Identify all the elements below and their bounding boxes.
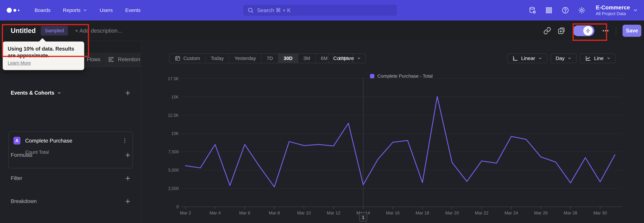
report-header: Untitled Sampled + Add description... Sa… <box>0 21 644 41</box>
chevron-down-icon <box>538 56 542 60</box>
nav-users[interactable]: Users <box>100 8 113 13</box>
nav-boards-label: Boards <box>34 8 50 13</box>
filter-section: Filter + <box>11 174 130 183</box>
nav-boards[interactable]: Boards <box>34 8 50 13</box>
chevron-down-icon <box>357 56 361 60</box>
x-axis-label: Mar 6 <box>239 210 250 215</box>
line-chart[interactable]: 02,5005,0007,50010K12.5K15K17.5KMar 2Mar… <box>169 75 644 223</box>
breakdown-section: Breakdown + <box>11 197 130 206</box>
y-axis-label: 17.5K <box>168 76 179 81</box>
range-3m-label: 3M <box>304 56 310 61</box>
chevron-down-icon <box>606 56 611 60</box>
sampling-tooltip: Using 10% of data. Results are approxima… <box>3 42 84 70</box>
x-axis-label: Mar 10 <box>297 210 311 215</box>
y-axis-label: 15K <box>172 95 179 99</box>
top-nav: Boards Reports Users Events Search ⌘ + K <box>0 0 644 21</box>
scale-dropdown[interactable]: Linear <box>507 53 547 63</box>
range-custom-label: Custom <box>183 56 200 61</box>
add-filter-button[interactable]: + <box>125 174 130 183</box>
chart-type-label: Line <box>594 55 604 61</box>
interval-dropdown[interactable]: Day <box>550 53 576 63</box>
range-yesterday-label: Yesterday <box>234 56 256 61</box>
annotation-badge-label[interactable]: 1 <box>362 215 364 220</box>
sampled-badge[interactable]: Sampled <box>41 26 68 36</box>
add-to-board-icon[interactable] <box>558 27 565 35</box>
x-axis-label: Mar 8 <box>269 210 280 215</box>
event-card[interactable]: A Complete Purchase Count Total <box>8 131 133 168</box>
sampling-toggle-knob <box>583 26 593 36</box>
add-breakdown-button[interactable]: + <box>125 197 130 206</box>
chevron-down-icon <box>57 91 62 95</box>
settings-gear-icon[interactable] <box>578 6 586 14</box>
chevron-down-icon <box>633 8 638 13</box>
nav-reports-label: Reports <box>63 8 80 13</box>
y-axis-label: 7,500 <box>168 149 179 154</box>
data-management-icon[interactable] <box>528 6 536 14</box>
range-30d-label: 30D <box>284 56 292 61</box>
search-input[interactable]: Search ⌘ + K <box>243 4 398 16</box>
range-3m[interactable]: 3M <box>298 54 315 63</box>
formulas-label: Formulas <box>11 152 32 158</box>
y-axis-label: 2,500 <box>168 186 179 191</box>
x-axis-label: Mar 20 <box>445 210 459 215</box>
event-name[interactable]: Complete Purchase <box>25 138 72 144</box>
chevron-down-icon <box>568 56 572 60</box>
search-icon <box>247 7 254 14</box>
search-placeholder: Search ⌘ + K <box>257 7 291 14</box>
apps-grid-icon[interactable] <box>545 6 553 14</box>
x-axis-label: Mar 12 <box>327 210 340 215</box>
report-title[interactable]: Untitled <box>11 27 36 34</box>
x-axis-label: Mar 26 <box>534 210 548 215</box>
chart-type-dropdown[interactable]: Line <box>580 53 616 63</box>
series-line[interactable] <box>186 96 615 187</box>
formulas-section: Formulas + <box>11 151 130 159</box>
save-button[interactable]: Save <box>622 25 641 37</box>
nav-reports[interactable]: Reports <box>63 8 87 13</box>
divider <box>616 26 616 35</box>
x-axis-label: Mar 18 <box>416 210 429 215</box>
sampling-toggle[interactable] <box>572 25 594 36</box>
add-event-button[interactable]: + <box>125 88 130 97</box>
x-axis-label: Mar 4 <box>210 210 220 215</box>
nav-events[interactable]: Events <box>125 8 140 13</box>
event-options-icon[interactable] <box>122 138 128 144</box>
learn-more-link[interactable]: Learn More <box>8 60 31 66</box>
tab-retention[interactable]: Retention <box>106 53 142 66</box>
link-icon[interactable] <box>544 27 551 35</box>
x-axis-label: Mar 22 <box>475 210 488 215</box>
y-axis-label: 10K <box>172 131 179 136</box>
tab-retention-label: Retention <box>118 56 140 62</box>
project-scope: All Project Data <box>596 11 630 17</box>
compare-button[interactable]: Compare <box>328 53 366 63</box>
range-6m-label: 6M <box>321 56 328 61</box>
help-icon[interactable] <box>562 6 569 14</box>
add-formula-button[interactable]: + <box>125 151 130 159</box>
add-description[interactable]: + Add description... <box>75 28 122 34</box>
chart-svg: 02,5005,0007,50010K12.5K15K17.5KMar 2Mar… <box>169 75 644 223</box>
project-name: E-Commerce <box>596 4 630 11</box>
more-menu-icon[interactable] <box>602 27 610 35</box>
range-yesterday[interactable]: Yesterday <box>229 54 261 63</box>
interval-label: Day <box>556 55 564 61</box>
chevron-down-icon <box>83 8 87 13</box>
x-axis-label: Mar 28 <box>564 210 577 215</box>
events-cohorts-title[interactable]: Events & Cohorts <box>11 90 62 96</box>
retention-icon <box>108 56 114 63</box>
range-today[interactable]: Today <box>205 54 229 63</box>
range-7d[interactable]: 7D <box>261 54 278 63</box>
project-switcher[interactable]: E-Commerce All Project Data <box>596 4 638 16</box>
y-axis-label: 12.5K <box>168 113 179 118</box>
nav-events-label: Events <box>125 8 140 13</box>
range-custom[interactable]: Custom <box>170 54 205 63</box>
range-30d[interactable]: 30D <box>278 54 298 63</box>
breakdown-label: Breakdown <box>11 198 37 204</box>
nav-users-label: Users <box>100 8 113 13</box>
x-axis-label: Mar 2 <box>180 210 191 215</box>
mixpanel-logo-icon[interactable] <box>7 8 20 13</box>
scale-label: Linear <box>521 55 535 61</box>
x-axis-label: Mar 16 <box>386 210 400 215</box>
lightning-bolt-icon <box>585 28 591 33</box>
calendar-icon <box>174 55 180 61</box>
sampling-tooltip-text: Using 10% of data. Results are approxima… <box>8 46 79 59</box>
date-range-control: Custom Today Yesterday 7D 30D 3M 6M 12M <box>169 53 353 63</box>
